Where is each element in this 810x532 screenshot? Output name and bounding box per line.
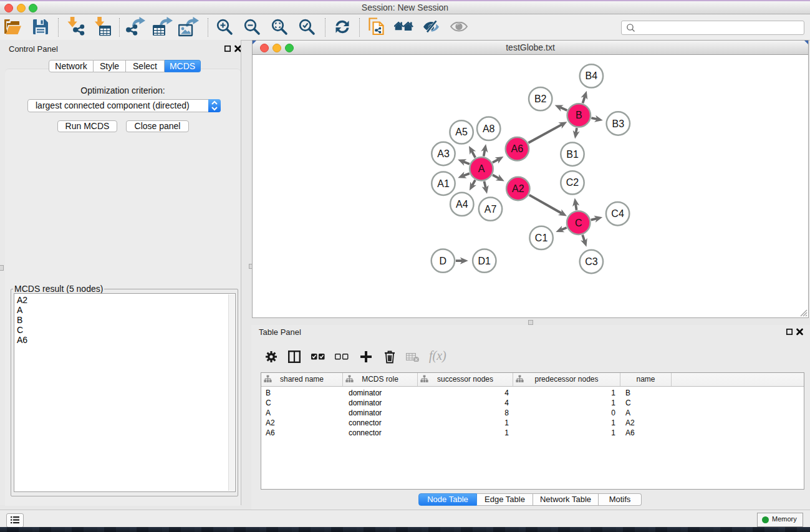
svg-text:A: A	[478, 163, 485, 174]
svg-text:D: D	[440, 256, 447, 266]
svg-text:B1: B1	[566, 149, 579, 160]
svg-text:A8: A8	[483, 123, 495, 134]
svg-text:B: B	[576, 110, 582, 120]
svg-text:B2: B2	[534, 94, 547, 104]
svg-text:C1: C1	[535, 233, 548, 243]
svg-text:A2: A2	[512, 183, 524, 194]
svg-text:C4: C4	[611, 208, 624, 219]
svg-text:A7: A7	[485, 204, 497, 215]
svg-text:C: C	[575, 218, 582, 228]
svg-text:B3: B3	[612, 118, 625, 129]
svg-text:A3: A3	[437, 148, 450, 159]
svg-text:A6: A6	[511, 143, 524, 154]
svg-text:A1: A1	[437, 178, 450, 189]
svg-text:A5: A5	[455, 127, 468, 137]
svg-text:D1: D1	[478, 256, 491, 266]
svg-text:C2: C2	[566, 177, 579, 188]
svg-text:B4: B4	[586, 70, 598, 81]
svg-text:C3: C3	[585, 256, 598, 267]
svg-text:A4: A4	[456, 199, 468, 210]
